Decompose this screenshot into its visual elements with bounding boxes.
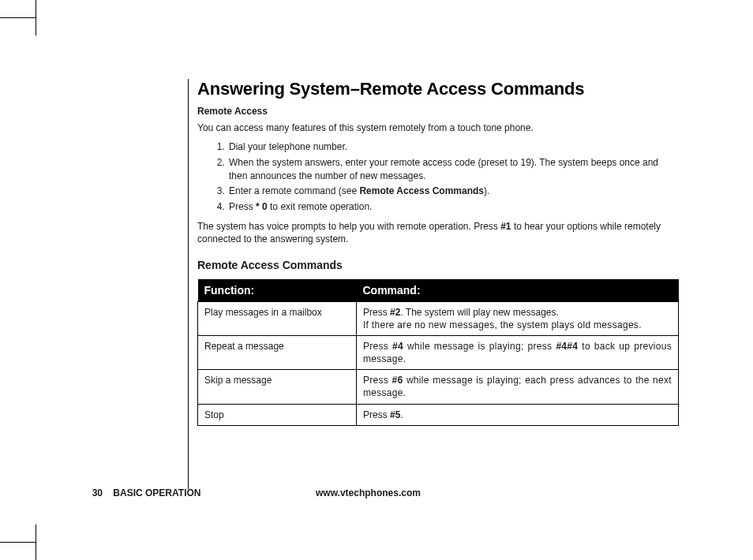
table-row: Repeat a message Press #4 while message …	[198, 335, 679, 369]
cell-command: Press #4 while message is playing; press…	[356, 335, 678, 369]
subheading: Remote Access	[197, 106, 679, 117]
footer-url: www.vtechphones.com	[316, 487, 421, 498]
footer: 30 BASIC OPERATION www.vtechphones.com	[79, 487, 679, 498]
cell-command: Press #2. The system will play new messa…	[356, 301, 678, 335]
cell-function: Play messages in a mailbox	[198, 301, 357, 335]
intro-text: You can access many features of this sys…	[197, 121, 679, 134]
cell-function: Stop	[198, 404, 357, 425]
page-number: 30	[79, 487, 103, 498]
table-row: Skip a message Press #6 while message is…	[198, 370, 679, 404]
content-area: Answering System–Remote Access Commands …	[197, 79, 679, 426]
cell-function: Skip a message	[198, 370, 357, 404]
after-steps-text: The system has voice prompts to help you…	[197, 220, 679, 245]
table-header-function: Function:	[198, 279, 357, 302]
commands-table: Function: Command: Play messages in a ma…	[197, 279, 679, 426]
crop-mark-bottom-left	[0, 517, 43, 560]
section-name: BASIC OPERATION	[113, 487, 200, 498]
table-row: Play messages in a mailbox Press #2. The…	[198, 301, 679, 335]
table-header-command: Command:	[356, 279, 678, 302]
step-3: Enter a remote command (see Remote Acces…	[227, 185, 679, 198]
table-row: Stop Press #5.	[198, 404, 679, 425]
cell-command: Press #6 while message is playing; each …	[356, 370, 678, 404]
steps-list: Dial your telephone number. When the sys…	[227, 140, 679, 214]
content-left-rule	[188, 79, 189, 489]
step-4: Press * 0 to exit remote operation.	[227, 200, 679, 214]
page-title: Answering System–Remote Access Commands	[197, 79, 679, 99]
page: Answering System–Remote Access Commands …	[79, 16, 710, 536]
commands-heading: Remote Access Commands	[197, 259, 679, 271]
crop-mark-top-left	[0, 0, 43, 43]
step-2: When the system answers, enter your remo…	[227, 156, 679, 184]
cell-function: Repeat a message	[198, 335, 357, 369]
step-1: Dial your telephone number.	[227, 140, 679, 154]
cell-command: Press #5.	[356, 404, 678, 425]
